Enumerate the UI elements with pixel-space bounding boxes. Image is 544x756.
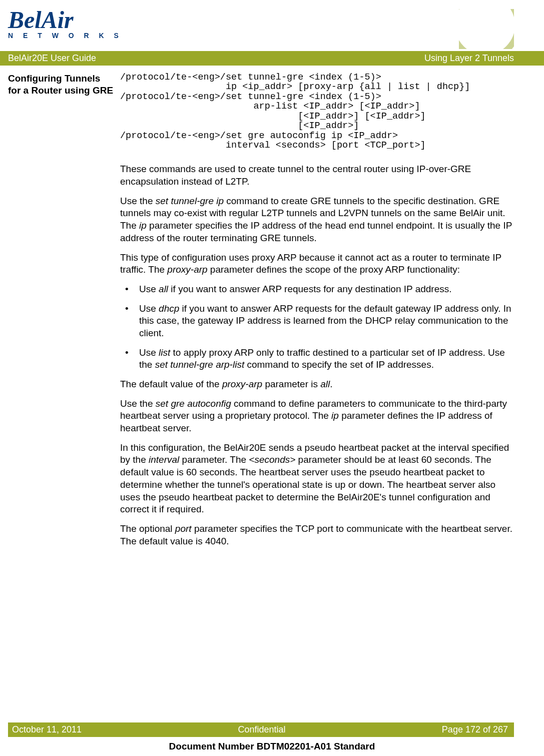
header-right: Using Layer 2 Tunnels [424,53,514,64]
section-heading: Configuring Tunnels for a Router using G… [8,73,115,97]
list-item: Use all if you want to answer ARP reques… [120,283,514,296]
footer-page: Page 172 of 267 [442,724,508,735]
paragraph: Use the set tunnel-gre ip command to cre… [120,195,514,245]
footer-center: Confidential [238,724,285,735]
bullet-list: Use all if you want to answer ARP reques… [120,283,514,371]
paragraph: These commands are used to create tunnel… [120,163,514,188]
footer-bar: October 11, 2011 Confidential Page 172 o… [8,722,514,737]
paragraph: The optional port parameter specifies th… [120,523,514,547]
paragraph: The default value of the proxy-arp param… [120,378,514,391]
swirl-icon [459,9,514,49]
header-left: BelAir20E User Guide [8,53,96,64]
header-bar: BelAir20E User Guide Using Layer 2 Tunne… [0,51,544,66]
footer-date: October 11, 2011 [12,724,82,735]
document-number: Document Number BDTM02201-A01 Standard [0,741,544,752]
list-item: Use dhcp if you want to answer ARP reque… [120,303,514,340]
paragraph: In this configuration, the BelAir20E sen… [120,442,514,516]
body-text: These commands are used to create tunnel… [120,163,514,547]
code-block: /protocol/te-<eng>/set tunnel-gre <index… [120,73,514,150]
list-item: Use list to apply proxy ARP only to traf… [120,347,514,371]
page-header: BelAir N E T W O R K S [0,0,544,49]
side-column: Configuring Tunnels for a Router using G… [8,73,120,554]
paragraph: This type of configuration uses proxy AR… [120,252,514,276]
main-column: /protocol/te-<eng>/set tunnel-gre <index… [120,73,514,554]
paragraph: Use the set gre autoconfig command to de… [120,398,514,435]
logo: BelAir N E T W O R K S [8,9,123,40]
content: Configuring Tunnels for a Router using G… [0,66,544,554]
logo-subtext: N E T W O R K S [8,32,123,40]
logo-brand: BelAir [8,9,123,31]
